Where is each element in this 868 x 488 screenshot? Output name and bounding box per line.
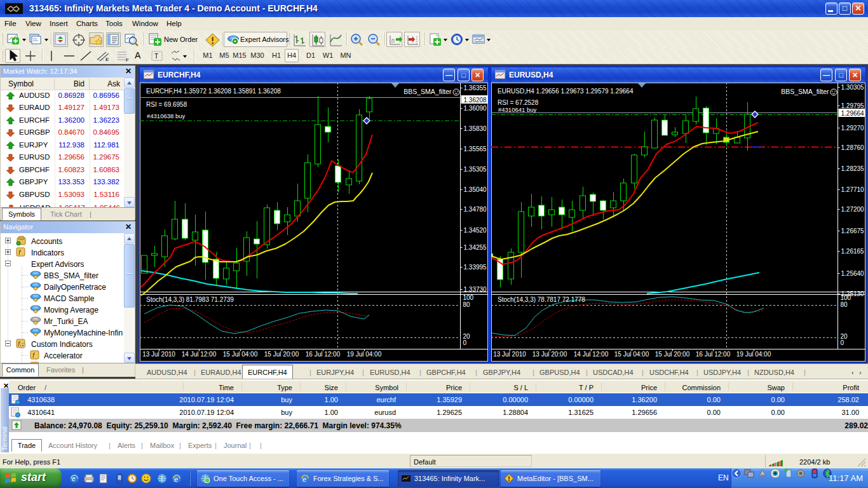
svg-text:13 Jul 2010: 13 Jul 2010 (493, 351, 526, 358)
svg-text:e: e (72, 475, 76, 482)
svg-text:1.33730: 1.33730 (464, 286, 487, 293)
svg-text:1.35040: 1.35040 (464, 186, 487, 193)
svg-text:1.35565: 1.35565 (464, 146, 487, 152)
svg-text:1.28760: 1.28760 (841, 144, 865, 151)
svg-text:BBS_SMA_filter: BBS_SMA_filter (403, 88, 452, 95)
svg-text:#4310641 buy: #4310641 buy (498, 106, 536, 113)
svg-text:19 Jul 04:00: 19 Jul 04:00 (736, 351, 771, 358)
svg-text:1.30305: 1.30305 (841, 84, 865, 91)
svg-text:15 Jul 20:00: 15 Jul 20:00 (655, 351, 690, 358)
svg-text:1.25640: 1.25640 (841, 270, 865, 277)
svg-text:0: 0 (841, 339, 844, 346)
svg-text:RSI = 69.6958: RSI = 69.6958 (146, 101, 187, 108)
svg-text:e: e (302, 475, 306, 483)
svg-text:Stoch(14,3,3) 81.7983 71.2739: Stoch(14,3,3) 81.7983 71.2739 (146, 296, 234, 303)
svg-text:1.36208: 1.36208 (464, 97, 487, 104)
svg-text:E: E (105, 57, 109, 62)
svg-text:EURCHF,H4 1.35972 1.36208 1.3: EURCHF,H4 1.35972 1.36208 1.35891 1.3620… (146, 88, 281, 95)
svg-text:T: T (154, 53, 158, 60)
svg-text:80: 80 (463, 301, 471, 308)
svg-text:EURUSD,H4 1.29656 1.29673 1.2: EURUSD,H4 1.29656 1.29673 1.29579 1.2966… (498, 88, 634, 95)
svg-text:16 Jul 12:00: 16 Jul 12:00 (696, 351, 731, 358)
svg-text:1.36355: 1.36355 (464, 85, 487, 92)
svg-text:1.26675: 1.26675 (841, 227, 865, 234)
svg-text:#4310638 buy: #4310638 buy (147, 112, 185, 119)
svg-text:19 Jul 04:00: 19 Jul 04:00 (347, 351, 382, 358)
svg-text:14 Jul 12:00: 14 Jul 12:00 (182, 351, 217, 358)
svg-text:e: e (174, 475, 178, 483)
svg-text:0: 0 (463, 339, 467, 346)
svg-text:1.35305: 1.35305 (464, 166, 487, 173)
svg-text:1.27710: 1.27710 (841, 186, 865, 193)
svg-text:RSI = 67.2528: RSI = 67.2528 (498, 99, 539, 106)
svg-text:14 Jul 12:00: 14 Jul 12:00 (574, 351, 609, 358)
svg-text:80: 80 (841, 301, 848, 308)
svg-text:1.27200: 1.27200 (841, 206, 865, 213)
svg-text:1.26165: 1.26165 (841, 248, 865, 255)
svg-text:15 Jul 04:00: 15 Jul 04:00 (614, 351, 649, 358)
svg-text:16 Jul 12:00: 16 Jul 12:00 (306, 351, 341, 358)
svg-text:15 Jul 20:00: 15 Jul 20:00 (264, 351, 299, 358)
svg-text:100: 100 (841, 294, 851, 301)
svg-text:1.35830: 1.35830 (464, 125, 487, 132)
svg-text:1.28235: 1.28235 (841, 165, 865, 172)
svg-text:1.34520: 1.34520 (464, 227, 487, 234)
svg-text:Stoch(14,3,3) 78.7817 72.1778: Stoch(14,3,3) 78.7817 72.1778 (498, 296, 585, 303)
svg-text:1.29664: 1.29664 (841, 110, 865, 117)
svg-text:BBS_SMA_filter: BBS_SMA_filter (781, 88, 829, 95)
svg-text:1.34780: 1.34780 (464, 206, 487, 213)
svg-text:13 Jul 20:00: 13 Jul 20:00 (532, 351, 567, 358)
svg-text:1.29270: 1.29270 (841, 125, 865, 132)
svg-text:1.29795: 1.29795 (841, 102, 865, 109)
svg-text:1.34255: 1.34255 (464, 244, 487, 251)
svg-text:F: F (126, 57, 129, 62)
svg-text:1.36090: 1.36090 (464, 105, 487, 112)
svg-text:13 Jul 2010: 13 Jul 2010 (142, 351, 175, 358)
svg-text:Terminal: Terminal (1, 426, 8, 451)
svg-text:15 Jul 04:00: 15 Jul 04:00 (223, 351, 258, 358)
svg-text:100: 100 (463, 294, 474, 301)
svg-text:1.33995: 1.33995 (464, 264, 487, 271)
